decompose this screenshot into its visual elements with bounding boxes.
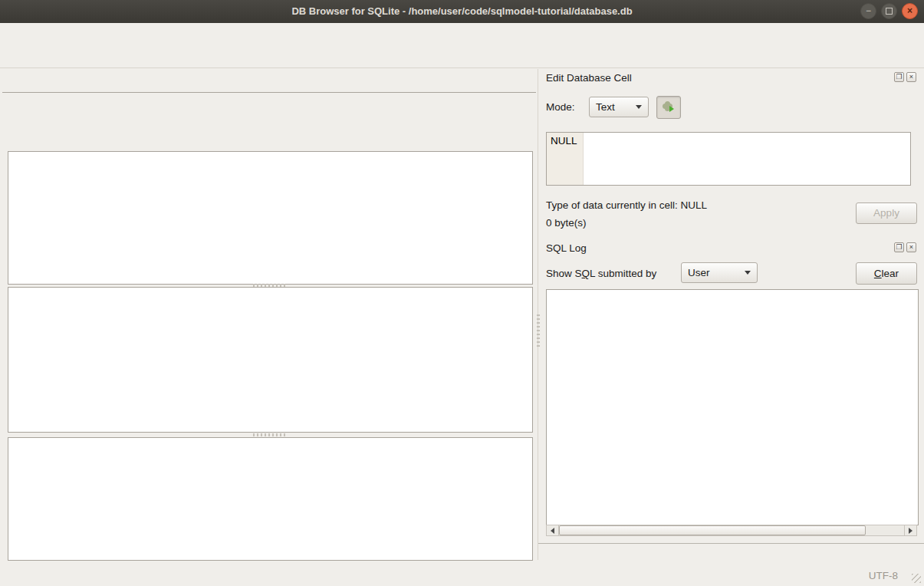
menu-bar <box>0 23 924 42</box>
tab-pane-border <box>2 92 536 93</box>
chevron-down-icon <box>745 271 751 275</box>
resize-grip[interactable] <box>912 574 921 583</box>
minimize-icon[interactable]: − <box>860 3 876 19</box>
scroll-right-icon[interactable] <box>904 525 916 535</box>
close-icon[interactable]: × <box>902 3 918 19</box>
results-messages-splitter[interactable] <box>253 433 285 436</box>
main-toolbar <box>0 42 924 68</box>
edit-cell-panel-buttons: ❐ × <box>894 72 916 82</box>
maximize-icon[interactable] <box>881 3 897 19</box>
log-filter-label: Show SQL submitted by <box>546 268 656 279</box>
cell-editor-settings-button[interactable] <box>656 96 681 119</box>
log-filter-value: User <box>688 267 710 278</box>
sql-log-panel-title: SQL Log <box>546 242 587 254</box>
execution-messages <box>8 437 533 561</box>
cell-type-info: Type of data currently in cell: NULL <box>546 199 707 211</box>
cell-value-text: NULL <box>547 133 584 185</box>
apply-button[interactable]: Apply <box>856 202 917 224</box>
window-title: DB Browser for SQLite - /home/user/code/… <box>92 0 832 23</box>
cell-value-editor[interactable]: NULL <box>546 132 911 186</box>
editor-results-splitter[interactable] <box>253 284 285 287</box>
cell-size-info: 0 byte(s) <box>546 217 587 229</box>
results-panel <box>8 287 533 433</box>
close-panel-icon[interactable]: × <box>906 72 916 82</box>
status-bar: UTF-8 <box>0 565 924 586</box>
gear-icon <box>662 100 676 114</box>
window-controls: − × <box>860 3 918 19</box>
float-panel-icon[interactable]: ❐ <box>894 72 904 82</box>
bottom-tab-border <box>538 543 924 544</box>
sql-editor[interactable] <box>8 151 533 285</box>
close-panel-icon[interactable]: × <box>906 242 916 252</box>
mode-select[interactable]: Text <box>589 97 649 117</box>
float-panel-icon[interactable]: ❐ <box>894 242 904 252</box>
log-horizontal-scrollbar[interactable] <box>546 525 917 536</box>
sql-log-panel-buttons: ❐ × <box>894 242 916 252</box>
sql-log-view[interactable] <box>546 289 919 525</box>
app-window: DB Browser for SQLite - /home/user/code/… <box>0 0 924 586</box>
chevron-down-icon <box>636 105 642 109</box>
encoding-indicator[interactable]: UTF-8 <box>869 570 898 581</box>
log-filter-select[interactable]: User <box>681 262 758 283</box>
title-bar: DB Browser for SQLite - /home/user/code/… <box>0 0 924 24</box>
scrollbar-thumb[interactable] <box>559 525 866 535</box>
main-splitter-grip[interactable] <box>537 314 540 347</box>
clear-log-button[interactable]: Clear <box>856 262 917 285</box>
mode-select-value: Text <box>596 101 615 113</box>
scroll-left-icon[interactable] <box>547 525 559 535</box>
edit-cell-panel-title: Edit Database Cell <box>546 72 632 84</box>
mode-label: Mode: <box>546 101 575 113</box>
